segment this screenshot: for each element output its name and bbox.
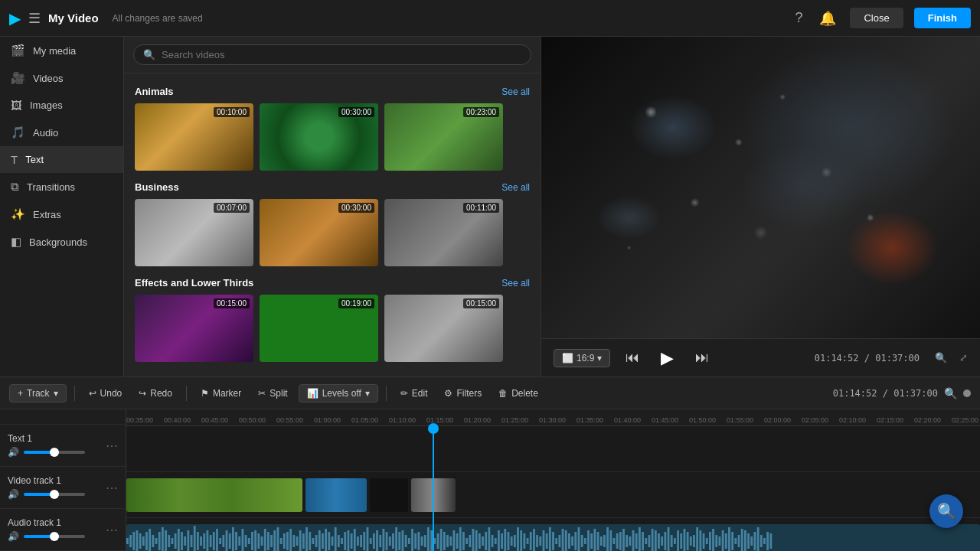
svg-rect-161 bbox=[642, 532, 644, 550]
svg-rect-157 bbox=[629, 536, 631, 546]
video-clip-dark[interactable] bbox=[370, 478, 408, 512]
edit-button[interactable]: ✏ Edit bbox=[394, 385, 434, 402]
search-bubble-icon: 🔍 bbox=[937, 502, 956, 520]
playhead[interactable] bbox=[433, 426, 434, 551]
video-clip-veggie[interactable] bbox=[126, 478, 302, 512]
track-menu-video1[interactable]: ⋯ bbox=[106, 481, 118, 495]
track-menu-text1[interactable]: ⋯ bbox=[106, 439, 118, 453]
svg-rect-110 bbox=[479, 533, 481, 549]
thumb-tiger[interactable]: 00:10:00 bbox=[135, 103, 253, 171]
track-menu-audio1[interactable]: ⋯ bbox=[106, 523, 118, 537]
effects-see-all[interactable]: See all bbox=[501, 278, 530, 289]
skip-forward-button[interactable]: ⏭ bbox=[689, 347, 715, 369]
timeline-time-display: 01:14:52 / 01:37:00 🔍 bbox=[833, 387, 971, 399]
svg-rect-148 bbox=[600, 536, 603, 546]
svg-rect-100 bbox=[446, 535, 449, 547]
thumb-eff2[interactable]: 00:19:00 bbox=[260, 295, 378, 362]
svg-rect-37 bbox=[245, 535, 247, 547]
sidebar-item-extras[interactable]: ✨ Extras bbox=[0, 201, 123, 228]
sidebar-item-audio[interactable]: 🎵 Audio bbox=[0, 119, 123, 146]
search-input[interactable] bbox=[162, 49, 521, 60]
filters-icon: ⚙ bbox=[444, 388, 452, 399]
thumb-biz3[interactable]: 00:11:00 bbox=[384, 199, 503, 266]
undo-button[interactable]: ↩ Undo bbox=[83, 385, 129, 402]
sidebar-item-text[interactable]: T Text bbox=[0, 146, 123, 173]
sidebar-item-my-media[interactable]: 🎬 My media bbox=[0, 37, 123, 64]
svg-rect-33 bbox=[232, 527, 234, 551]
tick-9: 01:20:00 bbox=[464, 416, 501, 424]
track-label-video1: Video track 1 🔊 ⋯ bbox=[0, 467, 126, 509]
text-icon: T bbox=[11, 153, 18, 166]
add-track-button[interactable]: + Track ▾ bbox=[9, 384, 67, 403]
video-clip-beach[interactable] bbox=[305, 478, 367, 512]
svg-rect-32 bbox=[229, 533, 231, 549]
delete-button[interactable]: 🗑 Delete bbox=[492, 385, 544, 402]
track-label-video1-inner: Video track 1 🔊 bbox=[8, 475, 101, 500]
svg-rect-172 bbox=[677, 530, 679, 551]
svg-rect-68 bbox=[344, 532, 346, 550]
svg-rect-142 bbox=[581, 535, 583, 547]
ratio-button[interactable]: ⬜ 16:9 ▾ bbox=[554, 349, 610, 367]
search-input-wrap[interactable]: 🔍 bbox=[133, 44, 531, 65]
vol-slider-text1[interactable] bbox=[24, 451, 85, 454]
svg-rect-183 bbox=[712, 529, 714, 551]
track-vol-row-video1: 🔊 bbox=[8, 489, 101, 500]
svg-rect-77 bbox=[373, 533, 375, 549]
search-bubble[interactable]: 🔍 bbox=[929, 494, 963, 528]
sidebar-item-transitions[interactable]: ⧉ Transitions bbox=[0, 173, 123, 201]
split-button[interactable]: ✂ Split bbox=[252, 385, 293, 402]
marker-button[interactable]: ⚑ Marker bbox=[194, 385, 247, 402]
thumb-biz1[interactable]: 00:07:00 bbox=[135, 199, 253, 266]
svg-rect-143 bbox=[584, 538, 586, 544]
split-icon: ✂ bbox=[258, 388, 266, 399]
svg-rect-42 bbox=[261, 536, 263, 546]
svg-rect-132 bbox=[549, 527, 551, 551]
sidebar-label-transitions: Transitions bbox=[27, 181, 75, 193]
sidebar-label-text: Text bbox=[25, 154, 44, 165]
business-see-all[interactable]: See all bbox=[501, 182, 530, 193]
svg-rect-60 bbox=[318, 530, 321, 551]
levels-button[interactable]: 📊 Levels off ▾ bbox=[299, 384, 378, 403]
levels-icon: 📊 bbox=[307, 388, 318, 399]
thumb-eff1[interactable]: 00:15:00 bbox=[135, 295, 253, 362]
thumb-chameleon[interactable]: 00:30:00 bbox=[260, 103, 378, 171]
hamburger-icon[interactable]: ☰ bbox=[28, 10, 41, 27]
play-button[interactable]: ▶ bbox=[655, 345, 680, 371]
svg-rect-159 bbox=[635, 533, 638, 549]
expand-icon[interactable]: ⤢ bbox=[959, 352, 968, 364]
tick-11: 01:30:00 bbox=[539, 416, 577, 424]
animals-see-all[interactable]: See all bbox=[501, 86, 530, 97]
close-button[interactable]: Close bbox=[850, 8, 903, 28]
finish-button[interactable]: Finish bbox=[914, 8, 971, 28]
svg-rect-176 bbox=[690, 536, 692, 546]
svg-rect-192 bbox=[741, 529, 743, 551]
svg-rect-162 bbox=[645, 538, 647, 544]
thumb-lizard[interactable]: 00:23:00 bbox=[384, 103, 503, 171]
svg-rect-164 bbox=[652, 529, 654, 551]
svg-rect-22 bbox=[197, 532, 199, 550]
skip-back-button[interactable]: ⏮ bbox=[619, 347, 645, 369]
vol-slider-audio1[interactable] bbox=[24, 535, 85, 538]
vol-slider-video1[interactable] bbox=[24, 493, 85, 496]
svg-rect-150 bbox=[606, 527, 609, 551]
svg-rect-23 bbox=[200, 536, 202, 546]
svg-rect-190 bbox=[734, 538, 737, 544]
svg-rect-8 bbox=[152, 535, 154, 547]
sidebar-item-images[interactable]: 🖼 Images bbox=[0, 92, 123, 119]
svg-rect-186 bbox=[722, 530, 724, 551]
notifications-button[interactable]: 🔔 bbox=[816, 7, 839, 30]
audio-waveform[interactable] bbox=[126, 524, 980, 551]
filters-button[interactable]: ⚙ Filters bbox=[438, 385, 488, 402]
thumb-biz2[interactable]: 00:30:00 bbox=[260, 199, 378, 266]
redo-button[interactable]: ↪ Redo bbox=[132, 385, 178, 402]
sidebar-item-backgrounds[interactable]: ◧ Backgrounds bbox=[0, 228, 123, 256]
svg-rect-29 bbox=[219, 538, 221, 544]
playhead-circle bbox=[428, 423, 439, 434]
help-button[interactable]: ? bbox=[792, 7, 805, 29]
svg-rect-25 bbox=[207, 530, 209, 551]
svg-rect-118 bbox=[504, 529, 506, 551]
marker-icon: ⚑ bbox=[201, 388, 209, 399]
thumb-eff3[interactable]: 00:15:00 bbox=[384, 295, 503, 362]
ratio-label: 16:9 bbox=[577, 353, 594, 364]
sidebar-item-videos[interactable]: 🎥 Videos bbox=[0, 64, 123, 92]
